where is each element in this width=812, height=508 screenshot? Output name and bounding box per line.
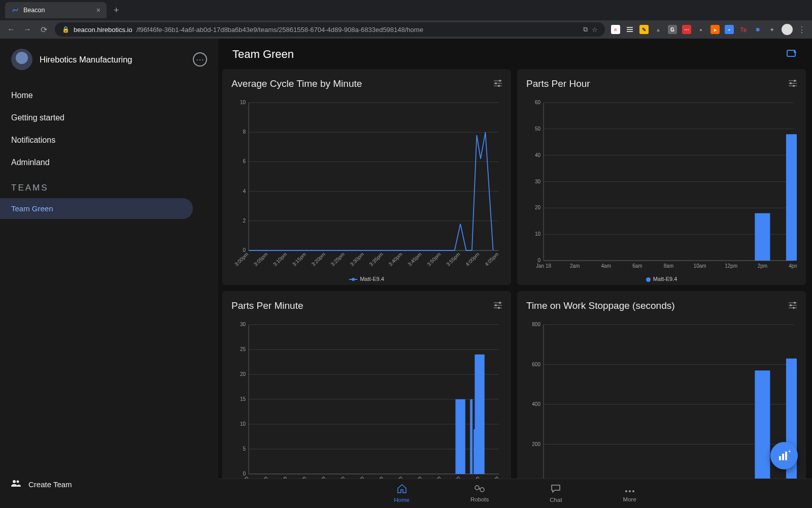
- nav-items: Home Getting started Notifications Admin…: [0, 79, 218, 174]
- ext-icon[interactable]: ▲: [654, 25, 663, 34]
- chart-grid: Average Cycle Time by Minute 02468103:00…: [218, 65, 812, 508]
- svg-text:60: 60: [535, 100, 541, 105]
- settings-icon[interactable]: [494, 80, 502, 88]
- reload-button[interactable]: ⟳: [39, 25, 49, 35]
- org-menu-button[interactable]: ⋯: [193, 52, 207, 67]
- ext-icon[interactable]: ✎: [639, 25, 649, 34]
- card-parts-per-hour: Parts Per Hour 0102030405060Jan 182am4am…: [517, 69, 806, 285]
- card-title: Parts Per Hour: [526, 78, 590, 89]
- ext-icon[interactable]: ▪: [725, 25, 734, 34]
- ext-icon[interactable]: ≡: [611, 25, 620, 34]
- open-icon[interactable]: ⧉: [583, 25, 588, 34]
- settings-icon[interactable]: [789, 80, 797, 88]
- svg-text:600: 600: [532, 362, 540, 367]
- forward-button[interactable]: →: [22, 25, 32, 34]
- svg-point-5: [498, 85, 500, 87]
- org-avatar[interactable]: [11, 49, 32, 70]
- bottom-nav-home[interactable]: Home: [394, 484, 410, 503]
- browser-tab[interactable]: Beacon ×: [5, 2, 107, 18]
- ext-icon[interactable]: G: [668, 25, 677, 34]
- team-item-green[interactable]: Team Green: [0, 198, 193, 219]
- chat-icon: [551, 484, 561, 496]
- svg-rect-136: [785, 452, 787, 460]
- ext-icon[interactable]: ●: [696, 25, 705, 34]
- svg-text:8am: 8am: [664, 263, 673, 269]
- settings-icon[interactable]: [494, 302, 502, 310]
- tab-bar: Beacon × +: [0, 0, 812, 20]
- lock-icon: 🔒: [62, 26, 70, 33]
- svg-point-36: [793, 85, 795, 87]
- svg-text:10: 10: [240, 421, 246, 427]
- chart-legend: Matt-E9.4: [231, 273, 502, 282]
- profile-avatar[interactable]: [782, 24, 793, 35]
- ext-icon[interactable]: ▸: [710, 25, 720, 34]
- svg-rect-100: [473, 429, 476, 474]
- chart-legend: Matt-E9.4: [526, 273, 797, 282]
- ext-icon[interactable]: [625, 25, 634, 34]
- star-icon[interactable]: ☆: [592, 26, 598, 34]
- nav-adminland[interactable]: Adminland: [0, 151, 218, 174]
- nav-notifications[interactable]: Notifications: [0, 129, 218, 151]
- svg-text:3:10pm: 3:10pm: [272, 251, 288, 267]
- card-title: Average Cycle Time by Minute: [231, 78, 362, 89]
- ext-icon[interactable]: ⋯: [682, 25, 691, 34]
- ext-icon[interactable]: ✱: [753, 25, 762, 34]
- bottom-nav-more[interactable]: More: [623, 485, 636, 502]
- org-name: Hirebotics Manufacturing: [40, 55, 132, 65]
- ext-icon[interactable]: Tp: [739, 25, 748, 34]
- svg-text:10: 10: [240, 100, 246, 105]
- svg-text:2: 2: [243, 218, 246, 224]
- card-title: Parts Per Minute: [231, 300, 303, 311]
- create-team-button[interactable]: Create Team: [0, 470, 218, 498]
- svg-text:20: 20: [240, 371, 246, 377]
- add-widget-fab[interactable]: +: [770, 442, 798, 469]
- more-icon: [625, 485, 635, 495]
- svg-text:6am: 6am: [632, 263, 642, 269]
- svg-point-133: [632, 490, 634, 492]
- bottom-nav-chat[interactable]: Chat: [550, 484, 562, 503]
- browser-chrome: Beacon × + ← → ⟳ 🔒 beacon.hirebotics.io/…: [0, 0, 812, 39]
- page-title: Team Green: [232, 48, 294, 61]
- svg-point-65: [495, 304, 497, 306]
- svg-text:800: 800: [532, 322, 540, 327]
- url-bar[interactable]: 🔒 beacon.hirebotics.io/f96f46fe-36b1-4a6…: [55, 22, 605, 37]
- bar-chart: 051015202530:00pm:10pm:20pm:30pm:40pm:50…: [231, 321, 502, 496]
- robot-icon: [474, 485, 485, 495]
- app-root: Hirebotics Manufacturing ⋯ Home Getting …: [0, 39, 812, 508]
- svg-text:4am: 4am: [601, 263, 611, 269]
- svg-text:20: 20: [535, 205, 541, 210]
- nav-getting-started[interactable]: Getting started: [0, 107, 218, 129]
- svg-rect-97: [455, 399, 465, 474]
- bar-chart: 0200400600800Jan 182am4am6am8am10am12pm2…: [526, 321, 797, 496]
- svg-point-129: [475, 486, 479, 490]
- legend-marker: [646, 277, 651, 282]
- svg-point-3: [499, 80, 501, 82]
- edit-layout-icon[interactable]: [787, 49, 798, 60]
- nav-home[interactable]: Home: [0, 84, 218, 107]
- svg-text:+: +: [788, 450, 791, 454]
- extensions-icon[interactable]: ✦: [767, 25, 776, 34]
- svg-point-131: [625, 490, 627, 492]
- browser-menu-icon[interactable]: ⋮: [798, 25, 806, 35]
- svg-text:8: 8: [243, 129, 246, 135]
- svg-text:12pm: 12pm: [725, 263, 737, 269]
- back-button[interactable]: ←: [6, 25, 16, 34]
- svg-text:3:00pm: 3:00pm: [233, 251, 249, 267]
- close-icon[interactable]: ×: [96, 6, 100, 14]
- url-host: beacon.hirebotics.io: [74, 26, 132, 34]
- bottom-nav: Home Robots Chat More: [218, 479, 812, 508]
- svg-text:4pm: 4pm: [789, 263, 797, 269]
- bottom-nav-robots[interactable]: Robots: [470, 485, 489, 502]
- svg-rect-102: [481, 439, 483, 474]
- svg-text:200: 200: [532, 441, 540, 447]
- svg-text:5: 5: [243, 446, 246, 452]
- settings-icon[interactable]: [789, 302, 797, 310]
- svg-rect-134: [779, 456, 781, 460]
- svg-text:2pm: 2pm: [758, 263, 767, 269]
- svg-text:3:05pm: 3:05pm: [253, 251, 268, 267]
- new-tab-button[interactable]: +: [114, 5, 119, 16]
- svg-text:50: 50: [535, 126, 541, 132]
- svg-text:3:50pm: 3:50pm: [426, 251, 442, 267]
- line-chart: 02468103:00pm3:05pm3:10pm3:15pm3:20pm3:2…: [231, 99, 502, 273]
- svg-text:30: 30: [535, 179, 541, 184]
